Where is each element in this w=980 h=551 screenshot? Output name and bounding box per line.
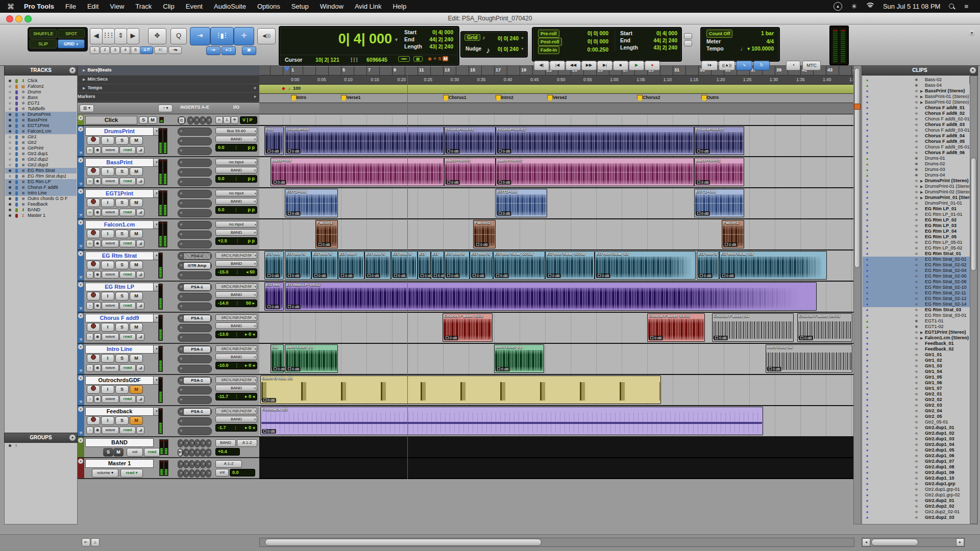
solo-button[interactable]: S: [115, 136, 129, 145]
clip-disclosure-icon[interactable]: ▶: [920, 94, 923, 99]
smart-tool-separator[interactable]: ✥: [148, 28, 166, 44]
output-selector[interactable]: BAND: [215, 416, 257, 422]
insert-plugin-psa-1[interactable]: PSA-1: [183, 346, 211, 353]
selector-tool[interactable]: ᎒▮᎒: [210, 27, 234, 45]
waveform-zoom-icon[interactable]: ᎒᎒᎒: [102, 28, 115, 44]
edit-mode-slip[interactable]: SLIP: [30, 39, 57, 48]
sidebar-track-drumsprint[interactable]: ≋DrumsPrint: [5, 112, 77, 117]
marker-label[interactable]: Outro: [707, 95, 719, 100]
mute-button[interactable]: M: [130, 230, 143, 238]
insert-slot[interactable]: [194, 469, 200, 478]
clip-falcon1-[interactable]: Falcon1-0 dB: [473, 220, 496, 248]
track-show-dot[interactable]: [9, 186, 11, 189]
clips-vertical-scrollbar[interactable]: [970, 76, 977, 524]
output-row[interactable]: BAND✛: [215, 260, 257, 267]
output-button[interactable]: A 1-2: [215, 460, 242, 468]
menu-item-event[interactable]: Event: [180, 3, 208, 10]
menu-item-setup[interactable]: Setup: [286, 3, 314, 10]
input-dropdown-icon[interactable]: ▾: [255, 191, 256, 195]
clip-bassprint-02[interactable]: BassPrint-020 dB: [496, 158, 694, 186]
insert-slot[interactable]: [178, 147, 212, 155]
clip-disclosure-icon[interactable]: ▶: [920, 88, 923, 94]
clip-feedback-02[interactable]: Feedback_020 dB: [260, 407, 763, 435]
grid-value[interactable]: 0| 0| 240: [498, 35, 519, 41]
clips-list-item[interactable]: ●≋▶BassPrint-02 (Stereo): [863, 99, 971, 105]
clip-eg-rtm-s[interactable]: EG Rtm S0 dB: [470, 251, 493, 280]
elastic-icon[interactable]: ✱: [94, 302, 101, 310]
clip-gain-badge[interactable]: 0 dB: [475, 242, 489, 247]
apple-menu-icon[interactable]: ⌘: [7, 3, 14, 11]
input-selector[interactable]: no input: [215, 221, 257, 228]
insert-slot[interactable]: PSA-1: [178, 314, 212, 322]
track-show-dot[interactable]: [9, 96, 11, 99]
clips-list-item[interactable]: ●≋Gtr2_02: [863, 397, 971, 403]
clip-gain-badge[interactable]: 0 dB: [286, 305, 301, 309]
record-arm-button[interactable]: [87, 292, 100, 300]
clips-list-item[interactable]: ▲✱Bass-04: [863, 83, 971, 88]
insert-slot[interactable]: PSA-1: [178, 408, 212, 416]
insert-slot[interactable]: [178, 231, 212, 239]
marker-flag-icon[interactable]: [443, 95, 449, 102]
timebase-icon[interactable]: ♒: [86, 240, 93, 247]
insert-slot[interactable]: [178, 137, 212, 145]
track-name[interactable]: BAND: [85, 438, 154, 447]
output-selector[interactable]: BAND: [215, 322, 257, 329]
input-selector[interactable]: Bus 59-60: [215, 128, 257, 134]
clip-chorus-f-add9-02-0[interactable]: Chorus F add9_02-00 dB: [443, 313, 493, 342]
clip-falcon1-[interactable]: Falcon1-0 dB: [315, 220, 338, 248]
output-selector[interactable]: BAND: [215, 291, 257, 298]
group-row[interactable]: !: [5, 443, 77, 448]
zoom-preset-1[interactable]: 1: [90, 46, 100, 54]
clips-list-item[interactable]: ●≋Gtr2.dup1_08: [863, 464, 971, 470]
transport-speaker[interactable]: ◀): [534, 61, 549, 70]
insert-slot[interactable]: [178, 460, 183, 468]
clips-menu-icon[interactable]: ▼: [970, 67, 976, 73]
insert-plugin-psa-1[interactable]: PSA-1: [183, 315, 211, 322]
clips-list-item[interactable]: ●≋Chorus F add9_02-01: [863, 116, 971, 122]
freeze-icon[interactable]: ◢: [136, 302, 144, 310]
input-dropdown-icon[interactable]: ▾: [255, 347, 256, 350]
roll-label[interactable]: Fade-in: [538, 46, 559, 54]
track-show-dot[interactable]: [9, 214, 11, 217]
mute-button[interactable]: M: [130, 323, 143, 332]
freeze-icon[interactable]: ◢: [136, 146, 144, 154]
tempo-block-label[interactable]: Tempo: [706, 45, 724, 52]
sidebar-track-gtr2-dup2[interactable]: ≋Gtr2.dup2: [5, 157, 77, 162]
clip-gain-badge[interactable]: 0 dB: [714, 336, 728, 340]
ruler-expand-icon[interactable]: ▶: [83, 86, 85, 90]
insert-slot[interactable]: [194, 460, 200, 468]
clip-gain-badge[interactable]: 0 dB: [339, 273, 354, 278]
output-selector[interactable]: BAND: [215, 198, 257, 205]
clip-gain-badge[interactable]: 0 dB: [696, 149, 710, 154]
elastic-icon[interactable]: ✱: [94, 146, 101, 154]
clips-list-item[interactable]: ●≋Gtr2.dup1_02: [863, 431, 971, 436]
insert-slot[interactable]: PSA-1: [178, 283, 212, 291]
track-name[interactable]: EG Rtm LP▾: [85, 283, 154, 291]
freeze-icon[interactable]: ◢: [136, 364, 144, 372]
timebase-icon[interactable]: ♒: [86, 146, 93, 154]
clips-list-item[interactable]: ●≋▶DrumsPrint (Stereo): [863, 178, 971, 184]
track-show-dot[interactable]: [9, 192, 11, 194]
roll-label[interactable]: Pre-roll: [538, 30, 559, 38]
output-row[interactable]: BAND✛: [215, 136, 257, 142]
sidebar-track-eg-rtm-strat[interactable]: ≋EG Rtm Strat: [5, 168, 77, 173]
mute-button[interactable]: M: [130, 261, 143, 269]
clip-eg-rtm-s[interactable]: EG Rtm S0 dB: [444, 251, 470, 280]
input-dropdown-icon[interactable]: ▾: [255, 285, 256, 288]
insert-slot[interactable]: [178, 178, 212, 186]
clips-list-item[interactable]: ▲✱Drums-01: [863, 156, 971, 161]
insert-slot[interactable]: [178, 355, 212, 363]
elastic-icon[interactable]: ✱: [94, 271, 101, 279]
roll-label[interactable]: Post-roll: [538, 38, 562, 46]
insert-slot[interactable]: [178, 365, 212, 373]
minsecs-ruler[interactable]: 0:000:050:100:150:200:250:300:350:400:45…: [259, 76, 853, 85]
input-row[interactable]: MIC/LINE/HIZ/M▾: [215, 314, 257, 321]
marker-flag-icon[interactable]: [341, 95, 347, 102]
clip-egt1print[interactable]: EGT1Print0 dB: [496, 189, 547, 217]
output-selector[interactable]: BAND: [215, 385, 257, 391]
input-dropdown-icon[interactable]: ▾: [255, 378, 256, 382]
view-selector-button[interactable]: wave: [102, 240, 119, 247]
clip-intro-line-grp[interactable]: Intro Line.grp0 dB: [494, 344, 544, 373]
edit-mode-shuffle[interactable]: SHUFFLE: [30, 29, 57, 38]
grid-dropdown-icon[interactable]: ▼: [521, 36, 524, 40]
